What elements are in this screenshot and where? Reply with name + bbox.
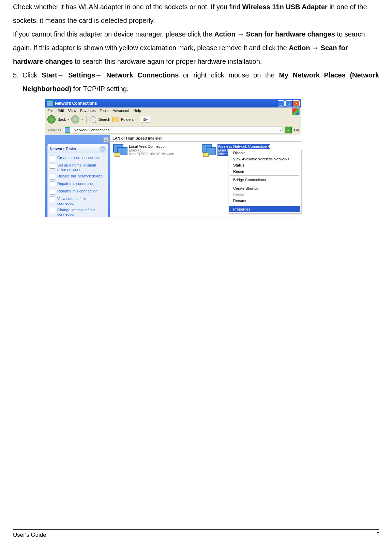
ctx-bridge[interactable]: Bridge Connections bbox=[229, 177, 300, 183]
body-text: Check whether it has WLAN adapter in one… bbox=[13, 0, 379, 96]
address-label: Address bbox=[47, 128, 61, 132]
task-pane: ▴ Network Tasks ⌃ Create a new connectio… bbox=[45, 135, 110, 217]
paragraph-scan: If you cannot find this adapter on devic… bbox=[13, 27, 379, 68]
footer-title: User's Guide bbox=[13, 532, 46, 538]
section-header: LAN or High-Speed Internet bbox=[110, 135, 301, 142]
step-number: 5. bbox=[13, 68, 22, 96]
task-icon bbox=[50, 189, 55, 194]
menu-help[interactable]: Help bbox=[133, 109, 141, 113]
windows-flag-icon bbox=[292, 108, 300, 115]
text-bold: Start→ Settings→ Network Connections bbox=[42, 71, 179, 79]
text: or right click mouse on the bbox=[179, 71, 279, 79]
lan-device: Intel(R) PRO/100 VE Network … bbox=[129, 152, 178, 156]
ctx-delete: Delete bbox=[229, 191, 300, 198]
content-area: ▴ Network Tasks ⌃ Create a new connectio… bbox=[45, 135, 301, 217]
page-number: 7 bbox=[377, 532, 379, 538]
task-icon bbox=[50, 182, 55, 187]
wlan-name: Wireless Network Connection 4 bbox=[217, 144, 270, 148]
text-bold: Action → Scan for hardware changes bbox=[214, 30, 335, 38]
ctx-properties[interactable]: Properties bbox=[229, 206, 300, 212]
task-view-status[interactable]: View status of this connection bbox=[50, 196, 106, 206]
back-button[interactable] bbox=[47, 115, 56, 124]
address-bar: Address Network Connections ▾ → Go bbox=[45, 125, 301, 135]
views-icon: ▥▾ bbox=[143, 118, 148, 121]
titlebar[interactable]: Network Connections _ □ ✕ bbox=[45, 99, 301, 107]
address-value: Network Connections bbox=[74, 128, 109, 132]
ctx-status[interactable]: Status bbox=[229, 162, 300, 168]
ctx-repair[interactable]: Repair bbox=[229, 168, 300, 174]
collapse-icon[interactable]: ⌃ bbox=[100, 146, 106, 152]
task-icon bbox=[50, 208, 55, 213]
task-disable-device[interactable]: Disable this network device bbox=[50, 173, 106, 181]
ctx-separator bbox=[230, 175, 299, 176]
task-change-settings[interactable]: Change settings of this connection bbox=[50, 207, 106, 217]
go-label: Go bbox=[294, 128, 299, 132]
lan-icon bbox=[113, 144, 127, 157]
task-icon bbox=[50, 174, 55, 179]
network-tasks-header[interactable]: Network Tasks ⌃ bbox=[48, 144, 108, 153]
network-connections-window: Network Connections _ □ ✕ File Edit View… bbox=[45, 99, 301, 217]
ctx-rename[interactable]: Rename bbox=[229, 198, 300, 204]
text: for TCP/IP setting. bbox=[71, 85, 129, 92]
go-button[interactable]: → bbox=[285, 127, 292, 133]
task-setup-network[interactable]: Set up a home or small office network bbox=[50, 162, 106, 173]
task-repair[interactable]: Repair this connection bbox=[50, 181, 106, 188]
menu-view[interactable]: View bbox=[68, 109, 76, 113]
window-buttons: _ □ ✕ bbox=[277, 100, 300, 106]
forward-button[interactable] bbox=[71, 115, 79, 124]
menu-edit[interactable]: Edit bbox=[58, 109, 64, 113]
search-icon[interactable] bbox=[90, 116, 96, 122]
text: Check whether it has WLAN adapter in one… bbox=[13, 3, 242, 11]
ctx-view-networks[interactable]: View Available Wireless Networks bbox=[229, 156, 300, 162]
folders-label[interactable]: Folders bbox=[121, 117, 134, 121]
task-list: Create a new connection Set up a home or… bbox=[48, 153, 108, 217]
menu-favorites[interactable]: Favorites bbox=[80, 109, 95, 113]
tasks-title: Network Tasks bbox=[50, 147, 76, 151]
close-button[interactable]: ✕ bbox=[293, 100, 300, 106]
context-menu: Disable View Available Wireless Networks… bbox=[228, 149, 301, 213]
lan-status: Enabled bbox=[129, 148, 178, 152]
ctx-disable[interactable]: Disable bbox=[229, 150, 300, 156]
maximize-button[interactable]: □ bbox=[285, 100, 292, 106]
separator bbox=[86, 116, 87, 123]
minimize-button[interactable]: _ bbox=[278, 100, 285, 106]
task-icon bbox=[50, 163, 55, 169]
task-icon bbox=[50, 156, 55, 161]
menu-file[interactable]: File bbox=[47, 109, 54, 113]
paragraph-wlan-check: Check whether it has WLAN adapter in one… bbox=[13, 0, 379, 27]
folders-icon[interactable] bbox=[112, 117, 119, 122]
menu-tools[interactable]: Tools bbox=[100, 109, 109, 113]
task-create-connection[interactable]: Create a new connection bbox=[50, 155, 106, 162]
network-tasks-box: Network Tasks ⌃ Create a new connection … bbox=[47, 144, 108, 217]
dropdown-icon[interactable]: ▾ bbox=[280, 129, 281, 132]
menu-advanced[interactable]: Advanced bbox=[112, 109, 129, 113]
text: If you cannot find this adapter on devic… bbox=[13, 30, 214, 38]
main-pane: LAN or High-Speed Internet Local Area Co… bbox=[110, 135, 301, 217]
page-footer: User's Guide 7 bbox=[13, 529, 379, 538]
step-body: Click Start→ Settings→ Network Connectio… bbox=[22, 68, 379, 96]
back-label: Back bbox=[58, 117, 66, 121]
text-bold: Wireless 11n USB Adapter bbox=[242, 3, 328, 11]
network-icon bbox=[47, 100, 53, 106]
forward-chevron-icon[interactable]: ▾ bbox=[81, 118, 83, 121]
scroll-up-icon[interactable]: ▴ bbox=[103, 137, 109, 143]
lan-name: Local Area Connection bbox=[129, 144, 178, 148]
window-title: Network Connections bbox=[55, 101, 97, 106]
lan-connection[interactable]: Local Area Connection Enabled Intel(R) P… bbox=[113, 144, 188, 157]
step-5: 5. Click Start→ Settings→ Network Connec… bbox=[13, 68, 379, 96]
text: Click bbox=[22, 71, 42, 79]
text: to search this hardware again for proper… bbox=[73, 58, 262, 65]
wlan-icon bbox=[202, 144, 215, 157]
separator bbox=[137, 116, 137, 123]
address-field[interactable]: Network Connections ▾ bbox=[63, 127, 283, 133]
views-button[interactable]: ▥▾ bbox=[141, 116, 150, 123]
menubar: File Edit View Favorites Tools Advanced … bbox=[45, 107, 301, 114]
search-label[interactable]: Search bbox=[98, 117, 110, 121]
toolbar: Back ▾ ▾ Search Folders ▥▾ bbox=[45, 114, 301, 125]
ctx-shortcut[interactable]: Create Shortcut bbox=[229, 185, 300, 191]
back-chevron-icon[interactable]: ▾ bbox=[68, 118, 69, 121]
ctx-separator bbox=[230, 184, 299, 184]
task-rename[interactable]: Rename this connection bbox=[50, 188, 106, 196]
network-icon bbox=[65, 127, 70, 133]
task-icon bbox=[50, 197, 55, 202]
